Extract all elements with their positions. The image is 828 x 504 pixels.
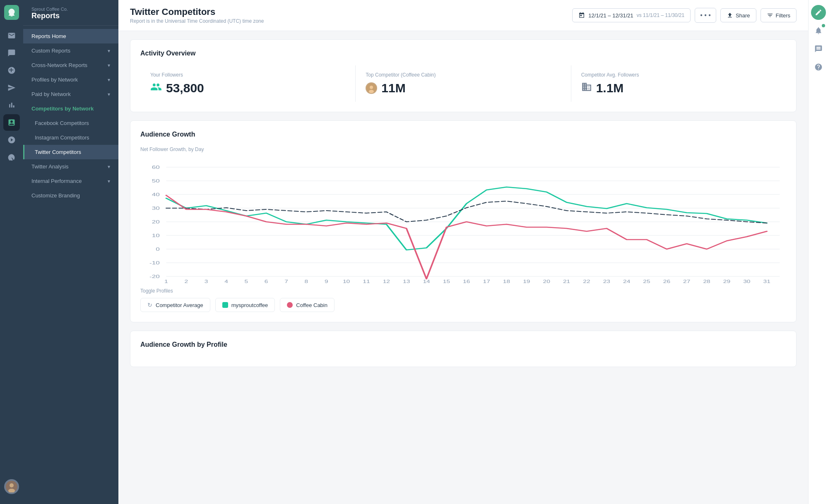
sidebar-item-internal-performance[interactable]: Internal Performance ▾: [23, 174, 118, 188]
nav-messages[interactable]: [3, 45, 20, 61]
share-button[interactable]: Share: [720, 8, 756, 22]
svg-text:20: 20: [543, 279, 550, 283]
svg-text:15: 15: [443, 279, 450, 283]
top-competitor-stat: Top Competitor (Coffeee Cabin) 11M: [356, 65, 571, 102]
header-actions: 12/1/21 – 12/31/21 vs 11/1/21 – 11/30/21…: [572, 8, 797, 23]
filter-icon: [767, 12, 773, 19]
top-competitor-label: Top Competitor (Coffeee Cabin): [366, 72, 561, 78]
svg-text:30: 30: [743, 279, 750, 283]
sidebar-item-twitter-analysis[interactable]: Twitter Analysis ▾: [23, 159, 118, 174]
chevron-down-icon: ▾: [108, 178, 110, 184]
nav-reports[interactable]: [3, 114, 20, 131]
svg-text:13: 13: [403, 279, 410, 283]
page-title-block: Twitter Competitors Report is in the Uni…: [130, 7, 264, 24]
sidebar-sub-item-twitter-competitors[interactable]: Twitter Competitors: [23, 145, 118, 159]
svg-text:6: 6: [265, 279, 268, 283]
avg-followers-label: Competitor Avg. Followers: [581, 72, 776, 78]
svg-text:2: 2: [184, 279, 188, 283]
bell-icon: [814, 26, 823, 35]
sidebar-sub-item-instagram-competitors[interactable]: Instagram Competitors: [23, 130, 118, 145]
compose-button[interactable]: [811, 5, 826, 20]
date-range-button[interactable]: 12/1/21 – 12/31/21 vs 11/1/21 – 11/30/21: [572, 8, 691, 22]
svg-point-4: [370, 86, 373, 89]
sidebar-item-competitors-by-network[interactable]: Competitors by Network: [23, 101, 118, 116]
notification-badge: [822, 24, 825, 27]
company-name: Sprout Coffee Co.: [31, 7, 110, 12]
avg-followers-stat: Competitor Avg. Followers 1.1M: [571, 65, 786, 102]
icon-bar: [0, 0, 23, 504]
svg-text:23: 23: [603, 279, 610, 283]
svg-text:10: 10: [152, 233, 160, 238]
svg-text:9: 9: [325, 279, 328, 283]
svg-text:-10: -10: [149, 260, 160, 265]
nav-tasks[interactable]: [3, 62, 20, 79]
svg-text:3: 3: [205, 279, 208, 283]
content-area: Activity Overview Your Followers 53,800: [118, 31, 808, 504]
legend-mysproutcoffee[interactable]: mysproutcoffee: [215, 298, 275, 312]
user-avatar[interactable]: [4, 479, 19, 494]
audience-growth-by-profile-title: Audience Growth by Profile: [140, 341, 786, 348]
feedback-button[interactable]: [811, 41, 826, 56]
teal-legend-dot: [222, 302, 228, 308]
legend-row: ↻ Competitor Average mysproutcoffee Coff…: [140, 298, 786, 312]
svg-text:26: 26: [663, 279, 670, 283]
svg-text:11: 11: [363, 279, 370, 283]
compose-icon: [815, 9, 822, 16]
chevron-down-icon: ▾: [108, 77, 110, 83]
your-followers-number: 53,800: [166, 81, 204, 95]
more-options-button[interactable]: • • •: [695, 8, 716, 23]
sidebar-item-cross-network[interactable]: Cross-Network Reports ▾: [23, 58, 118, 72]
avg-followers-value-row: 1.1M: [581, 81, 776, 95]
audience-growth-by-profile-card: Audience Growth by Profile: [130, 331, 797, 367]
notifications-button[interactable]: [811, 23, 826, 38]
legend-competitor-average[interactable]: ↻ Competitor Average: [140, 298, 210, 312]
svg-text:4: 4: [224, 279, 228, 283]
help-button[interactable]: [811, 60, 826, 74]
top-competitor-value-row: 11M: [366, 81, 561, 95]
svg-text:19: 19: [523, 279, 530, 283]
svg-text:30: 30: [152, 206, 160, 211]
svg-text:17: 17: [483, 279, 490, 283]
nav-inbox[interactable]: [3, 27, 20, 44]
svg-text:18: 18: [503, 279, 510, 283]
svg-text:28: 28: [703, 279, 710, 283]
svg-text:27: 27: [683, 279, 690, 283]
nav-publish[interactable]: [3, 79, 20, 96]
filters-button[interactable]: Filters: [761, 8, 797, 22]
activity-overview-card: Activity Overview Your Followers 53,800: [130, 39, 797, 112]
svg-text:0: 0: [156, 247, 160, 252]
svg-text:24: 24: [623, 279, 630, 283]
audience-growth-card: Audience Growth Net Follower Growth, by …: [130, 120, 797, 322]
chart-container: 60 50 40 30 20 10 0 -10 -20 1: [140, 159, 786, 283]
section-title: Reports: [31, 12, 110, 20]
competitor-avatar: [366, 82, 377, 94]
svg-text:1: 1: [164, 279, 168, 283]
your-followers-label: Your Followers: [150, 72, 345, 78]
refresh-icon: ↻: [147, 302, 152, 308]
nav-automation[interactable]: [3, 132, 20, 148]
sidebar-item-custom-reports[interactable]: Custom Reports ▾: [23, 43, 118, 58]
sidebar: Sprout Coffee Co. Reports Reports Home C…: [23, 0, 118, 504]
legend-coffee-cabin[interactable]: Coffee Cabin: [280, 298, 335, 312]
red-legend-dot: [287, 302, 293, 308]
your-followers-stat: Your Followers 53,800: [140, 65, 356, 102]
sidebar-header: Sprout Coffee Co. Reports: [23, 0, 118, 26]
audience-growth-chart: 60 50 40 30 20 10 0 -10 -20 1: [140, 159, 786, 283]
svg-text:21: 21: [563, 279, 570, 283]
svg-text:29: 29: [723, 279, 730, 283]
sidebar-item-paid-by-network[interactable]: Paid by Network ▾: [23, 87, 118, 101]
sidebar-item-profiles-by-network[interactable]: Profiles by Network ▾: [23, 72, 118, 87]
chevron-down-icon: ▾: [108, 91, 110, 97]
right-bar: [808, 0, 828, 504]
chevron-down-icon: ▾: [108, 48, 110, 54]
app-logo[interactable]: [4, 5, 19, 20]
nav-listening[interactable]: [3, 149, 20, 166]
sidebar-item-reports-home[interactable]: Reports Home: [23, 29, 118, 43]
your-followers-value-row: 53,800: [150, 81, 345, 95]
sidebar-item-customize-branding[interactable]: Customize Branding: [23, 188, 118, 203]
chevron-down-icon: ▾: [108, 62, 110, 68]
avg-followers-number: 1.1M: [596, 81, 624, 95]
toggle-profiles-label: Toggle Profiles: [140, 288, 786, 294]
sidebar-sub-item-facebook-competitors[interactable]: Facebook Competitors: [23, 116, 118, 130]
nav-analytics[interactable]: [3, 97, 20, 113]
